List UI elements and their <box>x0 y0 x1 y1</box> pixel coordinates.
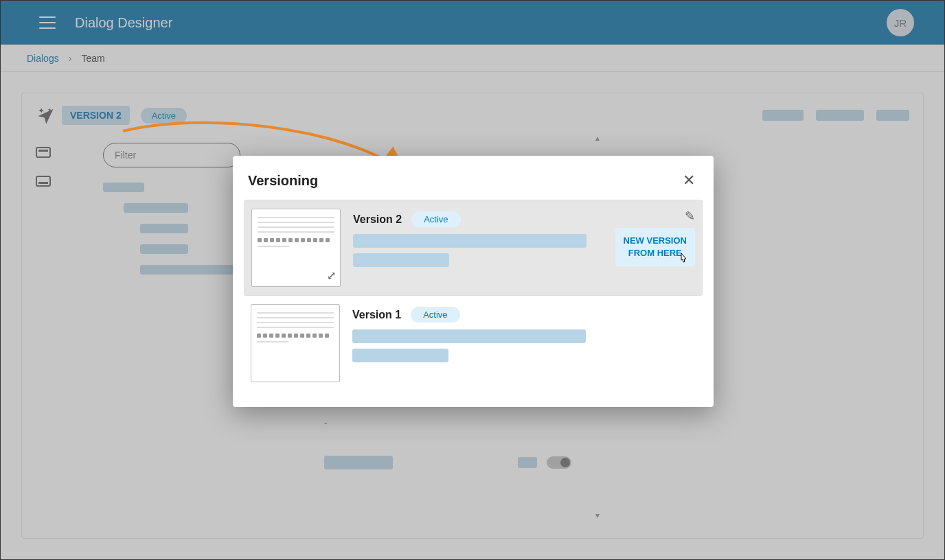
version-row[interactable]: Version 1 Active <box>244 296 703 390</box>
version-thumbnail[interactable] <box>251 304 340 382</box>
version-info-placeholder <box>352 329 586 343</box>
version-status-badge: Active <box>411 307 459 323</box>
version-info-placeholder <box>353 253 449 267</box>
edit-icon[interactable]: ✎ <box>685 209 695 224</box>
expand-icon[interactable]: ⤢ <box>327 269 336 282</box>
version-name: Version 2 <box>353 213 402 226</box>
modal-title: Versioning <box>248 173 318 189</box>
version-name: Version 1 <box>352 309 401 321</box>
button-label-line1: NEW VERSION <box>624 235 687 247</box>
version-status-badge: Active <box>411 211 460 227</box>
new-version-from-here-button[interactable]: NEW VERSION FROM HERE <box>615 228 695 266</box>
version-thumbnail[interactable]: ⤢ <box>251 209 341 287</box>
version-info-placeholder <box>353 234 587 248</box>
cursor-pointer-icon <box>677 252 690 272</box>
versioning-modal: Versioning ✕ ⤢ Version 2 Active <box>233 156 714 407</box>
version-info-placeholder <box>352 349 448 362</box>
close-icon[interactable]: ✕ <box>679 171 698 190</box>
version-row-selected[interactable]: ⤢ Version 2 Active ✎ NEW VERSION FROM HE… <box>244 200 703 296</box>
